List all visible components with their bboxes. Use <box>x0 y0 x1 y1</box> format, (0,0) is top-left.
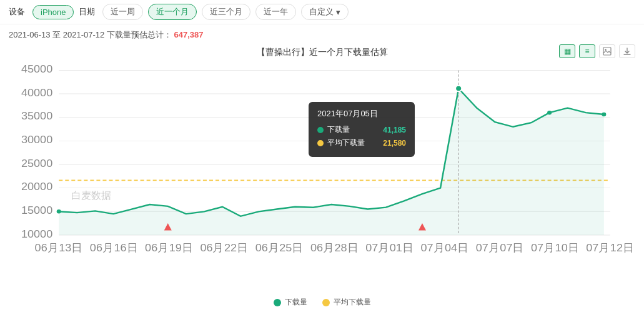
device-label: 设备 <box>9 6 25 18</box>
month-button[interactable]: 近一个月 <box>148 4 197 20</box>
line-chart: .grid-line { stroke: #e8e8e8; stroke-wid… <box>9 64 635 264</box>
svg-point-34 <box>602 113 606 117</box>
toolbar: 设备 iPhone 日期 近一周 近一个月 近三个月 近一年 自定义 ▾ <box>0 0 644 24</box>
image-icon-btn[interactable] <box>599 44 615 58</box>
legend-download-dot <box>274 299 281 306</box>
legend-avg-dot <box>322 299 330 306</box>
date-label: 日期 <box>79 6 95 18</box>
svg-text:07月01日: 07月01日 <box>365 242 414 254</box>
chart-title: 【曹操出行】近一个月下载量估算 <box>9 43 635 61</box>
svg-text:35000: 35000 <box>21 110 52 122</box>
legend-download: 下载量 <box>274 297 307 308</box>
svg-point-31 <box>57 209 61 214</box>
svg-text:06月25日: 06月25日 <box>255 242 304 254</box>
chart-area: 【曹操出行】近一个月下载量估算 ▦ ≡ .grid-line { stroke:… <box>9 43 635 293</box>
svg-text:06月22日: 06月22日 <box>200 242 248 254</box>
svg-text:06月19日: 06月19日 <box>145 242 193 254</box>
one-year-button[interactable]: 近一年 <box>255 4 296 20</box>
svg-text:07月12日: 07月12日 <box>586 242 634 254</box>
svg-text:40000: 40000 <box>21 86 52 98</box>
download-icon-btn[interactable] <box>619 44 635 58</box>
svg-text:45000: 45000 <box>21 64 52 75</box>
svg-text:06月16日: 06月16日 <box>90 242 138 254</box>
svg-text:15000: 15000 <box>21 204 52 216</box>
bar-chart-icon-btn[interactable]: ▦ <box>559 44 575 58</box>
chart-wrapper: .grid-line { stroke: #e8e8e8; stroke-wid… <box>9 64 635 264</box>
svg-text:07月07日: 07月07日 <box>476 242 524 254</box>
legend-download-label: 下载量 <box>285 297 307 308</box>
chevron-down-icon: ▾ <box>336 8 340 17</box>
svg-text:30000: 30000 <box>21 134 52 146</box>
svg-text:07月10日: 07月10日 <box>531 242 579 254</box>
custom-button[interactable]: 自定义 ▾ <box>301 4 349 20</box>
svg-text:25000: 25000 <box>21 157 52 169</box>
svg-point-38 <box>455 86 462 91</box>
svg-rect-0 <box>603 48 611 55</box>
total-value: 647,387 <box>174 30 203 39</box>
svg-text:06月28日: 06月28日 <box>310 242 359 254</box>
summary-label: 下载量预估总计： <box>107 30 172 39</box>
svg-point-33 <box>547 111 552 115</box>
three-months-button[interactable]: 近三个月 <box>202 4 250 20</box>
legend: 下载量 平均下载量 <box>0 293 644 310</box>
week-button[interactable]: 近一周 <box>102 4 143 20</box>
legend-avg: 平均下载量 <box>322 297 371 308</box>
iphone-button[interactable]: iPhone <box>32 5 74 19</box>
legend-avg-label: 平均下载量 <box>334 297 371 308</box>
chart-toolbar: ▦ ≡ <box>559 44 635 58</box>
list-icon-btn[interactable]: ≡ <box>579 44 595 58</box>
custom-label: 自定义 <box>309 6 334 18</box>
date-range: 2021-06-13 至 2021-07-12 <box>9 30 104 39</box>
svg-point-1 <box>605 49 606 50</box>
svg-text:07月04日: 07月04日 <box>420 242 468 254</box>
svg-text:20000: 20000 <box>21 181 52 193</box>
svg-marker-30 <box>59 89 604 235</box>
summary-row: 2021-06-13 至 2021-07-12 下载量预估总计： 647,387 <box>0 24 644 43</box>
svg-text:06月13日: 06月13日 <box>35 242 83 254</box>
svg-text:10000: 10000 <box>21 228 52 239</box>
